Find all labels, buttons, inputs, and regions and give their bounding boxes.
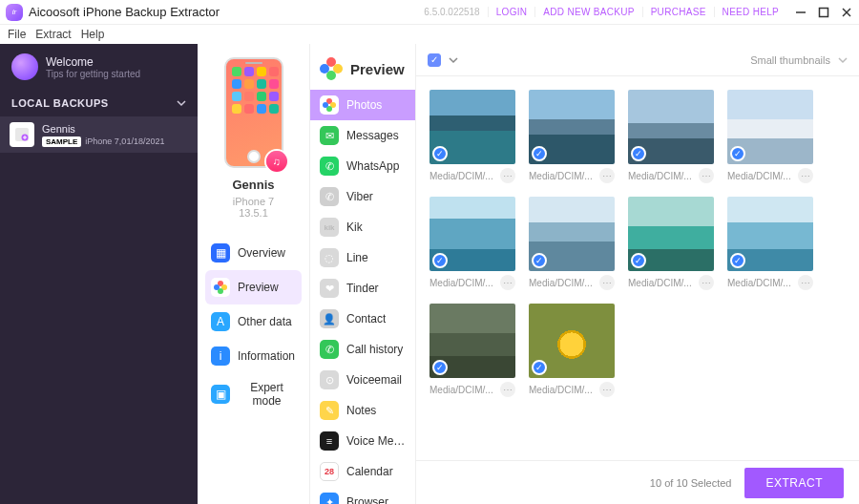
thumbnail-checkbox[interactable]: ✓: [730, 146, 745, 161]
nav-item-other-data[interactable]: AOther data: [205, 304, 302, 339]
category-calendar[interactable]: 28Calendar: [310, 456, 415, 487]
category-viber[interactable]: ✆Viber: [310, 181, 415, 212]
thumbnail-image: ✓: [727, 90, 813, 164]
category-label: Messages: [346, 129, 399, 142]
phone-app-icon: [269, 92, 279, 101]
nav-item-preview[interactable]: Preview: [205, 270, 302, 304]
local-backups-header[interactable]: LOCAL BACKUPS: [0, 90, 198, 116]
phone-app-icon: [269, 67, 279, 76]
device-model: iPhone 7: [205, 196, 302, 207]
thumbnail-checkbox[interactable]: ✓: [432, 146, 448, 161]
category-messages[interactable]: ✉Messages: [310, 120, 415, 151]
thumbnail-path: Media/DCIM/...: [430, 171, 493, 181]
thumbnail-more-button[interactable]: ⋯: [798, 168, 813, 183]
thumbnail[interactable]: ✓Media/DCIM/...⋯: [430, 90, 515, 183]
category-label: Tinder: [346, 282, 379, 295]
backup-item[interactable]: Gennis SAMPLE iPhone 7,01/18/2021: [0, 116, 198, 153]
category-voiceemail[interactable]: ⊙Voiceemail: [310, 365, 415, 395]
phone-app-icon: [257, 79, 266, 89]
thumbnail[interactable]: ✓Media/DCIM/...⋯: [529, 90, 615, 183]
nav-item-overview[interactable]: ▦Overview: [205, 236, 302, 270]
device-name: Gennis: [205, 178, 302, 192]
thumbnail-checkbox[interactable]: ✓: [432, 253, 448, 268]
category-icon: ✆: [320, 340, 339, 359]
welcome-subtitle: Tips for getting started: [46, 69, 140, 79]
thumbnail-path: Media/DCIM/...: [628, 278, 692, 288]
nav-item-information[interactable]: iInformation: [205, 339, 302, 373]
welcome-block[interactable]: Welcome Tips for getting started: [0, 44, 198, 90]
nav-icon: ▦: [211, 243, 230, 262]
menu-help[interactable]: Help: [81, 28, 105, 41]
thumbnail-checkbox[interactable]: ✓: [631, 146, 646, 161]
thumbnail-more-button[interactable]: ⋯: [699, 168, 714, 183]
thumbnail-path: Media/DCIM/...: [529, 385, 593, 395]
thumbnail-checkbox[interactable]: ✓: [532, 253, 547, 268]
category-call-history[interactable]: ✆Call history: [310, 334, 415, 365]
thumbnail[interactable]: ✓Media/DCIM/...⋯: [529, 304, 615, 397]
category-browser[interactable]: ✦Browser: [310, 487, 415, 504]
minimize-button[interactable]: [794, 6, 807, 19]
extract-button[interactable]: EXTRACT: [744, 468, 844, 498]
nav-icon: [211, 278, 230, 297]
thumbnail-image: ✓: [430, 90, 515, 164]
thumbnail-image: ✓: [430, 197, 515, 271]
nav-label: Information: [238, 349, 295, 363]
thumbnail-more-button[interactable]: ⋯: [599, 275, 615, 290]
thumbnail-checkbox[interactable]: ✓: [532, 360, 547, 375]
thumbnail[interactable]: ✓Media/DCIM/...⋯: [727, 90, 813, 183]
view-mode-chevron-icon[interactable]: [838, 55, 848, 65]
thumbnail-more-button[interactable]: ⋯: [599, 382, 615, 397]
select-all-checkbox[interactable]: ✓: [428, 53, 441, 67]
category-kik[interactable]: kikKik: [310, 212, 415, 242]
menu-file[interactable]: File: [8, 28, 26, 41]
nav-item-expert-mode[interactable]: ▣Expert mode: [205, 373, 302, 415]
category-whatsapp[interactable]: ✆WhatsApp: [310, 151, 415, 181]
thumbnail[interactable]: ✓Media/DCIM/...⋯: [727, 197, 813, 290]
thumbnail[interactable]: ✓Media/DCIM/...⋯: [430, 197, 515, 290]
selection-count: 10 of 10 Selected: [650, 477, 732, 489]
thumbnail-more-button[interactable]: ⋯: [599, 168, 615, 183]
phone-app-icon: [232, 79, 241, 89]
phone-app-icon: [269, 104, 279, 114]
add-backup-link[interactable]: ADD NEW BACKUP: [535, 7, 642, 17]
thumbnail-checkbox[interactable]: ✓: [631, 253, 646, 268]
thumbnail-checkbox[interactable]: ✓: [730, 253, 745, 268]
content-footer: 10 of 10 Selected EXTRACT: [416, 460, 859, 504]
thumbnail-more-button[interactable]: ⋯: [699, 275, 714, 290]
category-icon: ✎: [320, 401, 339, 420]
category-icon: ✉: [320, 126, 339, 145]
thumbnail[interactable]: ✓Media/DCIM/...⋯: [628, 197, 714, 290]
app-title: Aicoosoft iPhone Backup Extractor: [29, 5, 220, 19]
menu-extract[interactable]: Extract: [35, 28, 71, 41]
thumbnail-image: ✓: [529, 304, 615, 378]
thumbnail-more-button[interactable]: ⋯: [500, 382, 515, 397]
category-icon: ✦: [320, 493, 339, 504]
category-voice-memos[interactable]: ≡Voice Memos: [310, 426, 415, 456]
nav-icon: A: [211, 312, 230, 331]
close-button[interactable]: [840, 6, 853, 19]
thumbnail[interactable]: ✓Media/DCIM/...⋯: [430, 304, 515, 397]
thumbnail-more-button[interactable]: ⋯: [500, 275, 515, 290]
category-label: WhatsApp: [346, 159, 399, 173]
thumbnail-image: ✓: [727, 197, 813, 271]
thumbnail[interactable]: ✓Media/DCIM/...⋯: [628, 90, 714, 183]
thumbnail-image: ✓: [628, 90, 714, 164]
category-tinder[interactable]: ❤Tinder: [310, 273, 415, 304]
select-dropdown-chevron-icon[interactable]: [449, 55, 458, 65]
purchase-link[interactable]: PURCHASE: [643, 7, 715, 17]
thumbnail-path: Media/DCIM/...: [430, 278, 493, 288]
thumbnail-more-button[interactable]: ⋯: [500, 168, 515, 183]
thumbnail[interactable]: ✓Media/DCIM/...⋯: [529, 197, 615, 290]
device-os: 13.5.1: [205, 207, 302, 219]
category-notes[interactable]: ✎Notes: [310, 395, 415, 426]
thumbnail-more-button[interactable]: ⋯: [798, 275, 813, 290]
category-contact[interactable]: 👤Contact: [310, 304, 415, 334]
category-line[interactable]: ◌Line: [310, 242, 415, 273]
login-link[interactable]: LOGIN: [489, 7, 536, 17]
thumbnail-checkbox[interactable]: ✓: [432, 360, 448, 375]
help-link[interactable]: NEED HELP: [715, 7, 786, 17]
thumbnail-checkbox[interactable]: ✓: [532, 146, 547, 161]
maximize-button[interactable]: [817, 6, 830, 19]
view-mode-label: Small thumbnails: [750, 54, 830, 66]
category-photos[interactable]: Photos: [310, 90, 415, 120]
